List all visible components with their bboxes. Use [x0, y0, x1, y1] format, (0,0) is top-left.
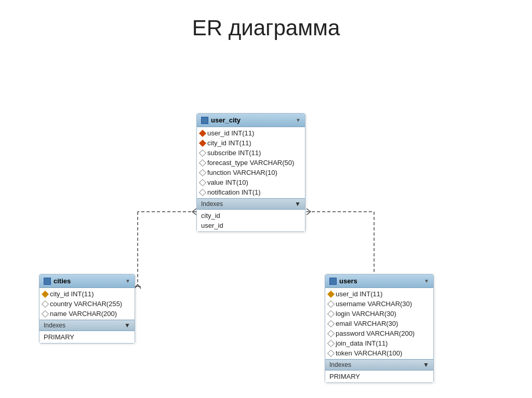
table-users-indexes-body: PRIMARY	[325, 370, 433, 382]
table-users: users ▼ user_id INT(11) username VARCHAR…	[325, 274, 434, 383]
table-users-header: users ▼	[325, 275, 433, 288]
table-icon	[201, 117, 208, 124]
table-row: notification INT(1)	[197, 187, 305, 197]
field-text: notification INT(1)	[207, 188, 261, 196]
table-user-city-arrow[interactable]: ▼	[296, 117, 301, 123]
field-text: email VARCHAR(30)	[336, 320, 398, 327]
table-cities-arrow[interactable]: ▼	[125, 278, 130, 284]
field-text: token VARCHAR(100)	[336, 349, 402, 357]
table-user-city-header: user_city ▼	[197, 114, 305, 127]
indexes-label: Indexes	[44, 322, 65, 329]
svg-line-5	[192, 212, 196, 215]
table-cities-header: cities ▼	[39, 275, 135, 288]
table-row: user_id INT(11)	[197, 128, 305, 138]
field-icon	[42, 310, 49, 317]
indexes-label: Indexes	[329, 361, 351, 368]
table-users-arrow[interactable]: ▼	[424, 278, 429, 284]
table-cities: cities ▼ city_id INT(11) country VARCHAR…	[39, 274, 135, 344]
field-icon	[42, 300, 49, 307]
field-icon	[327, 310, 335, 317]
field-text: user_id INT(11)	[336, 290, 382, 298]
field-icon	[199, 149, 206, 156]
pk-icon	[199, 139, 206, 146]
field-icon	[199, 179, 206, 186]
table-row: value INT(10)	[197, 177, 305, 187]
table-row: function VARCHAR(10)	[197, 168, 305, 177]
table-cities-indexes-body: PRIMARY	[39, 331, 135, 343]
table-row: subscribe INT(11)	[197, 148, 305, 158]
table-user-city-name: user_city	[211, 116, 241, 124]
pk-icon	[199, 129, 206, 136]
table-row: email VARCHAR(30)	[325, 319, 433, 328]
field-text: password VARCHAR(200)	[336, 330, 415, 337]
fk-icon	[327, 290, 335, 297]
field-text: forecast_type VARCHAR(50)	[207, 159, 294, 167]
field-text: user_id INT(11)	[207, 129, 254, 137]
table-row: forecast_type VARCHAR(50)	[197, 158, 305, 168]
index-row: user_id	[197, 221, 305, 230]
indexes-arrow: ▼	[423, 361, 429, 368]
table-users-name: users	[339, 277, 357, 285]
table-cities-name: cities	[54, 277, 71, 285]
field-icon	[327, 320, 335, 327]
table-users-indexes-header: Indexes ▼	[325, 359, 433, 370]
table-row: user_id INT(11)	[325, 289, 433, 299]
table-cities-fields: city_id INT(11) country VARCHAR(255) nam…	[39, 288, 135, 320]
svg-line-4	[192, 209, 196, 212]
table-row: token VARCHAR(100)	[325, 348, 433, 358]
table-user-city: user_city ▼ user_id INT(11) city_id INT(…	[196, 113, 305, 232]
field-text: join_data INT(11)	[336, 339, 388, 347]
svg-line-9	[307, 209, 311, 212]
field-text: name VARCHAR(200)	[50, 310, 117, 318]
field-text: value INT(10)	[207, 179, 248, 186]
field-text: login VARCHAR(30)	[336, 310, 396, 318]
field-text: subscribe INT(11)	[207, 149, 261, 157]
table-row: login VARCHAR(30)	[325, 309, 433, 319]
field-icon	[199, 169, 206, 176]
table-row: password VARCHAR(200)	[325, 328, 433, 338]
field-text: function VARCHAR(10)	[207, 169, 277, 176]
page-title: ER диаграмма	[0, 0, 532, 51]
table-user-city-fields: user_id INT(11) city_id INT(11) subscrib…	[197, 127, 305, 198]
table-icon	[44, 278, 51, 285]
table-row: username VARCHAR(30)	[325, 299, 433, 309]
field-text: country VARCHAR(255)	[50, 300, 122, 308]
field-text: city_id INT(11)	[207, 139, 251, 147]
table-cities-indexes-header: Indexes ▼	[39, 320, 135, 331]
table-icon	[329, 278, 337, 285]
field-icon	[199, 159, 206, 166]
diagram-container: user_city ▼ user_id INT(11) city_id INT(…	[0, 51, 532, 398]
indexes-label: Indexes	[201, 200, 223, 208]
table-row: country VARCHAR(255)	[39, 299, 135, 309]
svg-line-10	[307, 212, 311, 215]
indexes-arrow: ▼	[295, 200, 301, 208]
index-row: PRIMARY	[325, 372, 433, 381]
field-text: username VARCHAR(30)	[336, 300, 412, 308]
field-text: city_id INT(11)	[50, 290, 94, 298]
table-row: join_data INT(11)	[325, 338, 433, 348]
field-icon	[327, 330, 335, 337]
svg-line-7	[138, 284, 141, 289]
field-icon	[199, 188, 206, 196]
table-users-fields: user_id INT(11) username VARCHAR(30) log…	[325, 288, 433, 359]
index-row: city_id	[197, 211, 305, 221]
field-icon	[327, 300, 335, 307]
table-row: city_id INT(11)	[197, 138, 305, 148]
table-user-city-indexes-body: city_id user_id	[197, 210, 305, 231]
table-row: city_id INT(11)	[39, 289, 135, 299]
table-row: name VARCHAR(200)	[39, 309, 135, 319]
index-row: PRIMARY	[39, 332, 135, 342]
field-icon	[327, 349, 335, 356]
fk-icon	[42, 290, 49, 297]
field-icon	[327, 339, 335, 347]
indexes-arrow: ▼	[124, 322, 130, 329]
table-user-city-indexes-header: Indexes ▼	[197, 198, 305, 210]
